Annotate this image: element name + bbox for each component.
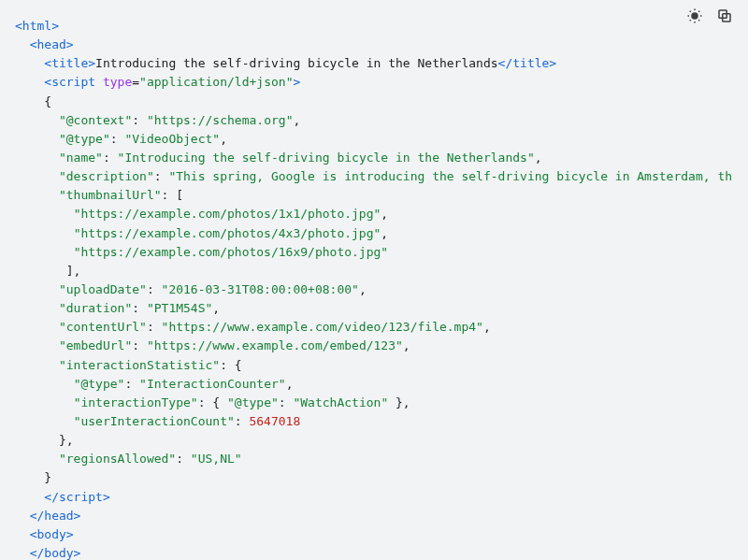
user-interaction-count: 5647018 (249, 414, 300, 428)
ld-regions: US,NL (198, 452, 235, 466)
ld-context: https://schema.org (154, 113, 286, 127)
theme-toggle-icon[interactable] (686, 7, 703, 24)
ld-name: Introducing the self-driving bicycle in … (124, 151, 526, 165)
it-type: WatchAction (300, 395, 381, 409)
ld-uploadDate: 2016-03-31T08:00:00+08:00 (168, 282, 352, 296)
copy-icon[interactable] (716, 7, 733, 24)
title-text: Introducing the self-driving bicycle in … (95, 56, 497, 70)
ld-contentUrl: https://www.example.com/video/123/file.m… (168, 320, 476, 334)
svg-point-0 (692, 13, 698, 19)
code-block: <html> <head> <title>Introducing the sel… (15, 17, 733, 560)
code-toolbar (686, 7, 733, 24)
ld-description: This spring, Google is introducing the s… (176, 169, 732, 183)
is-type: InteractionCounter (147, 377, 279, 391)
ld-embedUrl: https://www.example.com/embed/123 (154, 338, 396, 352)
script-type: application/ld+json (147, 75, 286, 89)
thumb-2: https://example.com/photos/16x9/photo.jp… (80, 245, 381, 259)
ld-duration: PT1M54S (154, 301, 206, 315)
thumb-0: https://example.com/photos/1x1/photo.jpg (80, 207, 373, 221)
ld-type: VideoObject (132, 132, 212, 146)
thumb-1: https://example.com/photos/4x3/photo.jpg (80, 226, 373, 240)
